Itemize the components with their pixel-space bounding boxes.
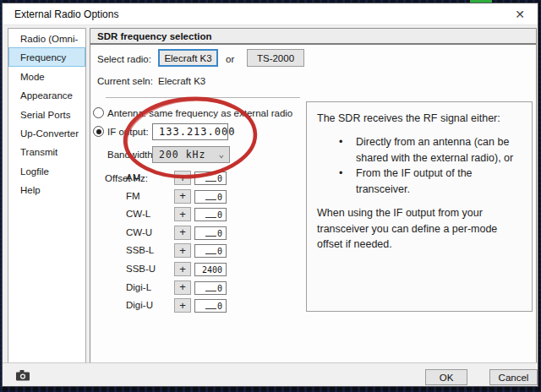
- sidebar-item-appearance[interactable]: Appearance: [8, 85, 85, 104]
- sidebar-item-radio-omni-rig[interactable]: Radio (Omni-Rig): [8, 29, 85, 47]
- offset-mode-label: CW-L: [126, 209, 150, 219]
- offset-value-field-fm[interactable]: 0: [194, 190, 227, 204]
- current-seln-label: Current seln:: [97, 76, 153, 86]
- offset-mode-label: SSB-U: [126, 264, 156, 274]
- sdr-frequency-panel: SDR frequency selection Select radio: El…: [90, 28, 537, 364]
- chevron-down-icon: ⌄: [218, 147, 224, 162]
- offset-value-field-ssb-l[interactable]: 0: [194, 244, 227, 258]
- info-outro: When using the IF output from your trans…: [317, 205, 522, 253]
- antenna-option-label: Antenna: same frequency as external radi…: [107, 108, 292, 118]
- select-radio-label: Select radio:: [97, 54, 151, 64]
- sidebar-item-label: Appearance: [20, 90, 73, 101]
- offset-mode-label: SSB-L: [126, 245, 154, 255]
- sidebar-item-logfile[interactable]: Logfile: [8, 161, 85, 180]
- if-output-radio-button[interactable]: [93, 126, 104, 137]
- antenna-radio-button[interactable]: [93, 107, 104, 118]
- window-title: External Radio Options: [14, 8, 118, 20]
- close-icon[interactable]: ✕: [512, 7, 527, 22]
- sidebar-item-frequency[interactable]: Frequency: [8, 47, 85, 66]
- info-bullet-list: Directly from an antenna (can be shared …: [317, 134, 522, 198]
- offset-mode-label: AM: [126, 172, 140, 182]
- plus-button-fm[interactable]: +: [174, 189, 191, 204]
- sidebar-item-mode[interactable]: Mode: [8, 67, 85, 85]
- sidebar-item-label: Help: [20, 185, 41, 195]
- offset-value-field-cw-u[interactable]: 0: [194, 226, 227, 240]
- ok-button[interactable]: OK: [425, 369, 467, 385]
- sidebar-item-label: Serial Ports: [20, 110, 70, 120]
- sidebar-item-label: Frequency: [20, 52, 66, 63]
- sidebar-item-up-converter[interactable]: Up-Converter: [8, 123, 85, 142]
- info-panel: The SDR receives the RF signal either: D…: [306, 101, 533, 312]
- if-output-frequency-input[interactable]: 133.213.000: [152, 123, 228, 140]
- plus-button-cw-l[interactable]: +: [174, 207, 191, 221]
- info-intro: The SDR receives the RF signal either:: [317, 111, 522, 127]
- camera-icon[interactable]: [16, 369, 30, 384]
- bandwidth-value: 200 kHz: [159, 149, 205, 161]
- sidebar-item-label: Logfile: [20, 166, 49, 177]
- bandwidth-dropdown[interactable]: 200 kHz ⌄: [152, 146, 230, 163]
- input-caret-line: [205, 303, 216, 309]
- ts2000-button[interactable]: TS-2000: [247, 49, 304, 67]
- offset-mode-label: FM: [126, 191, 140, 201]
- sidebar-item-serial-ports[interactable]: Serial Ports: [8, 105, 85, 123]
- offset-value-field-cw-l[interactable]: 0: [194, 208, 227, 221]
- offset-value-field-ssb-u[interactable]: 2400: [194, 263, 227, 276]
- current-seln-value: Elecraft K3: [158, 76, 205, 86]
- sidebar-item-label: Mode: [20, 72, 45, 82]
- sidebar-item-transmit[interactable]: Transmit: [8, 142, 85, 161]
- offset-mode-label: CW-U: [126, 227, 152, 237]
- title-bar: External Radio Options ✕: [3, 3, 538, 25]
- divider: [106, 97, 300, 98]
- input-caret-line: [205, 231, 216, 237]
- section-header: SDR frequency selection: [90, 29, 536, 45]
- dialog-footer: OK Cancel: [3, 362, 538, 386]
- plus-button-cw-u[interactable]: +: [174, 226, 191, 240]
- input-caret-line: [205, 286, 216, 291]
- input-caret-line: [205, 194, 216, 200]
- offset-value-field-am[interactable]: 0: [194, 172, 227, 185]
- section-title: SDR frequency selection: [97, 31, 211, 41]
- plus-button-digi-u[interactable]: +: [174, 298, 191, 313]
- info-bullet: Directly from an antenna (can be shared …: [317, 134, 522, 166]
- offset-mode-label: Digi-U: [126, 300, 153, 310]
- settings-nav-sidebar: Radio (Omni-Rig)FrequencyModeAppearanceS…: [8, 28, 86, 364]
- if-output-label: IF output:: [107, 127, 149, 137]
- offset-value-field-digi-u[interactable]: 0: [194, 299, 227, 313]
- offset-value-field-digi-l[interactable]: 0: [194, 281, 227, 295]
- plus-button-ssb-u[interactable]: +: [174, 262, 191, 276]
- bandwidth-label: Bandwidth:: [107, 150, 156, 160]
- external-radio-options-dialog: External Radio Options ✕ Radio (Omni-Rig…: [2, 3, 538, 387]
- desktop-background: External Radio Options ✕ Radio (Omni-Rig…: [0, 0, 541, 392]
- sidebar-item-label: Up-Converter: [20, 128, 79, 139]
- elecraft-k3-button[interactable]: Elecraft K3: [158, 49, 218, 67]
- cancel-button[interactable]: Cancel: [489, 369, 538, 385]
- info-bullet: From the IF output of the transceiver.: [317, 166, 522, 198]
- plus-button-digi-l[interactable]: +: [174, 280, 191, 295]
- plus-button-am[interactable]: +: [174, 171, 191, 185]
- sidebar-item-help[interactable]: Help: [8, 180, 85, 199]
- input-caret-line: [205, 176, 216, 182]
- input-caret-line: [205, 248, 216, 254]
- offset-mode-label: Digi-L: [126, 282, 151, 292]
- sidebar-item-label: Transmit: [20, 147, 57, 157]
- or-label: or: [226, 54, 234, 64]
- plus-button-ssb-l[interactable]: +: [174, 243, 191, 258]
- input-caret-line: [205, 212, 216, 218]
